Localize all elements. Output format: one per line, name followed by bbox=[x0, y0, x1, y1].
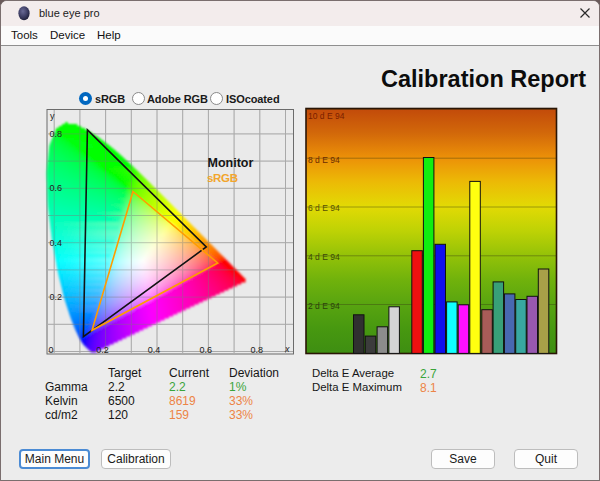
svg-text:0.8: 0.8 bbox=[251, 345, 264, 355]
svg-text:sRGB: sRGB bbox=[207, 172, 238, 184]
svg-text:y: y bbox=[50, 111, 55, 121]
svg-text:2 d E 94: 2 d E 94 bbox=[308, 301, 340, 311]
svg-text:6 d E 94: 6 d E 94 bbox=[308, 203, 340, 213]
svg-text:0.4: 0.4 bbox=[50, 238, 63, 248]
svg-text:0: 0 bbox=[48, 345, 53, 355]
svg-text:10 d E 94: 10 d E 94 bbox=[308, 111, 345, 121]
svg-text:8 d E 94: 8 d E 94 bbox=[308, 155, 340, 165]
svg-text:x: x bbox=[284, 344, 290, 354]
svg-text:0.2: 0.2 bbox=[50, 292, 63, 302]
svg-text:0.4: 0.4 bbox=[148, 345, 161, 355]
svg-text:0.6: 0.6 bbox=[199, 345, 212, 355]
svg-text:0.8: 0.8 bbox=[50, 129, 63, 139]
svg-text:0.6: 0.6 bbox=[50, 183, 63, 193]
svg-text:0.2: 0.2 bbox=[96, 345, 109, 355]
svg-text:Monitor: Monitor bbox=[208, 156, 254, 170]
svg-text:4 d E 94: 4 d E 94 bbox=[308, 252, 340, 262]
